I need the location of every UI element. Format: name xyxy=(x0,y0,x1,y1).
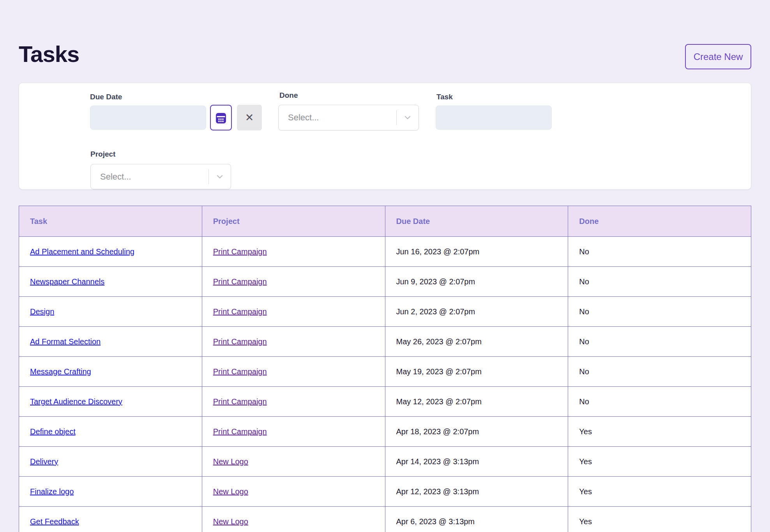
due-date-cell: Apr 6, 2023 @ 3:13pm xyxy=(385,507,568,532)
done-cell: No xyxy=(568,297,751,327)
project-link[interactable]: Print Campaign xyxy=(213,427,267,436)
task-table-body: Ad Placement and Scheduling Print Campai… xyxy=(19,237,751,532)
filter-panel: Due Date ✕ Done Select... xyxy=(19,83,751,190)
task-cell: Finalize logo xyxy=(19,477,202,507)
clear-x-icon: ✕ xyxy=(245,113,254,123)
task-cell: Get Feedback xyxy=(19,507,202,532)
project-cell: Print Campaign xyxy=(202,327,385,357)
due-date-cell: May 26, 2023 @ 2:07pm xyxy=(385,327,568,357)
done-cell: No xyxy=(568,387,751,417)
project-link[interactable]: New Logo xyxy=(213,457,248,466)
task-link[interactable]: Finalize logo xyxy=(30,487,74,496)
project-cell: Print Campaign xyxy=(202,417,385,447)
done-cell: Yes xyxy=(568,447,751,477)
project-link[interactable]: Print Campaign xyxy=(213,277,267,286)
due-date-cell: May 19, 2023 @ 2:07pm xyxy=(385,357,568,387)
task-cell: Ad Placement and Scheduling xyxy=(19,237,202,267)
done-cell: Yes xyxy=(568,507,751,532)
task-filter-input[interactable] xyxy=(436,106,552,130)
due-date-filter-input[interactable] xyxy=(90,106,206,130)
table-row: Ad Format Selection Print Campaign May 2… xyxy=(19,327,751,357)
create-new-button[interactable]: Create New xyxy=(685,44,751,69)
task-cell: Design xyxy=(19,297,202,327)
task-cell: Target Audience Discovery xyxy=(19,387,202,417)
page-title: Tasks xyxy=(19,41,79,68)
table-row: Ad Placement and Scheduling Print Campai… xyxy=(19,237,751,267)
due-date-cell: Jun 9, 2023 @ 2:07pm xyxy=(385,267,568,297)
chevron-down-icon xyxy=(397,113,419,122)
column-header-task: Task xyxy=(19,206,202,237)
task-link[interactable]: Delivery xyxy=(30,457,58,466)
due-date-cell: Apr 18, 2023 @ 2:07pm xyxy=(385,417,568,447)
clear-date-button[interactable]: ✕ xyxy=(237,105,262,130)
task-filter-label: Task xyxy=(436,93,453,101)
table-row: Get Feedback New Logo Apr 6, 2023 @ 3:13… xyxy=(19,507,751,532)
due-date-cell: Jun 16, 2023 @ 2:07pm xyxy=(385,237,568,267)
due-date-cell: May 12, 2023 @ 2:07pm xyxy=(385,387,568,417)
project-filter-select[interactable]: Select... xyxy=(90,164,231,189)
done-cell: No xyxy=(568,237,751,267)
task-link[interactable]: Newspaper Channels xyxy=(30,277,104,286)
table-row: Finalize logo New Logo Apr 12, 2023 @ 3:… xyxy=(19,477,751,507)
tasks-table: Task Project Due Date Done Ad Placement … xyxy=(19,206,751,532)
done-filter-select[interactable]: Select... xyxy=(278,105,419,130)
task-link[interactable]: Define object xyxy=(30,427,76,436)
project-link[interactable]: New Logo xyxy=(213,517,248,526)
due-date-cell: Jun 2, 2023 @ 2:07pm xyxy=(385,297,568,327)
due-date-filter-label: Due Date xyxy=(90,93,122,101)
task-cell: Message Crafting xyxy=(19,357,202,387)
table-row: Define object Print Campaign Apr 18, 202… xyxy=(19,417,751,447)
task-link[interactable]: Message Crafting xyxy=(30,367,91,376)
task-link[interactable]: Get Feedback xyxy=(30,517,79,526)
task-link[interactable]: Target Audience Discovery xyxy=(30,397,122,406)
project-link[interactable]: Print Campaign xyxy=(213,307,267,316)
task-cell: Delivery xyxy=(19,447,202,477)
project-link[interactable]: Print Campaign xyxy=(213,367,267,376)
task-cell: Ad Format Selection xyxy=(19,327,202,357)
project-link[interactable]: New Logo xyxy=(213,487,248,496)
done-filter-label: Done xyxy=(279,91,298,99)
project-select-value: Select... xyxy=(91,172,208,182)
table-header-row: Task Project Due Date Done xyxy=(19,206,751,237)
done-cell: Yes xyxy=(568,477,751,507)
column-header-done: Done xyxy=(568,206,751,237)
calendar-button[interactable] xyxy=(210,105,232,130)
project-cell: Print Campaign xyxy=(202,387,385,417)
task-link[interactable]: Design xyxy=(30,307,54,316)
table-row: Message Crafting Print Campaign May 19, … xyxy=(19,357,751,387)
table-row: Design Print Campaign Jun 2, 2023 @ 2:07… xyxy=(19,297,751,327)
task-cell: Define object xyxy=(19,417,202,447)
project-cell: Print Campaign xyxy=(202,297,385,327)
project-cell: Print Campaign xyxy=(202,267,385,297)
project-cell: Print Campaign xyxy=(202,237,385,267)
table-row: Newspaper Channels Print Campaign Jun 9,… xyxy=(19,267,751,297)
task-cell: Newspaper Channels xyxy=(19,267,202,297)
due-date-cell: Apr 14, 2023 @ 3:13pm xyxy=(385,447,568,477)
project-cell: Print Campaign xyxy=(202,357,385,387)
project-link[interactable]: Print Campaign xyxy=(213,397,267,406)
project-cell: New Logo xyxy=(202,477,385,507)
project-link[interactable]: Print Campaign xyxy=(213,247,267,256)
task-link[interactable]: Ad Placement and Scheduling xyxy=(30,247,134,256)
chevron-down-icon xyxy=(209,173,231,181)
done-cell: No xyxy=(568,267,751,297)
done-cell: No xyxy=(568,357,751,387)
table-row: Target Audience Discovery Print Campaign… xyxy=(19,387,751,417)
table-row: Delivery New Logo Apr 14, 2023 @ 3:13pm … xyxy=(19,447,751,477)
project-cell: New Logo xyxy=(202,447,385,477)
done-select-value: Select... xyxy=(279,113,396,123)
project-cell: New Logo xyxy=(202,507,385,532)
column-header-project: Project xyxy=(202,206,385,237)
project-filter-label: Project xyxy=(90,150,115,158)
done-cell: No xyxy=(568,327,751,357)
task-link[interactable]: Ad Format Selection xyxy=(30,337,101,346)
column-header-due-date: Due Date xyxy=(385,206,568,237)
project-link[interactable]: Print Campaign xyxy=(213,337,267,346)
done-cell: Yes xyxy=(568,417,751,447)
calendar-icon xyxy=(215,112,226,124)
due-date-cell: Apr 12, 2023 @ 3:13pm xyxy=(385,477,568,507)
